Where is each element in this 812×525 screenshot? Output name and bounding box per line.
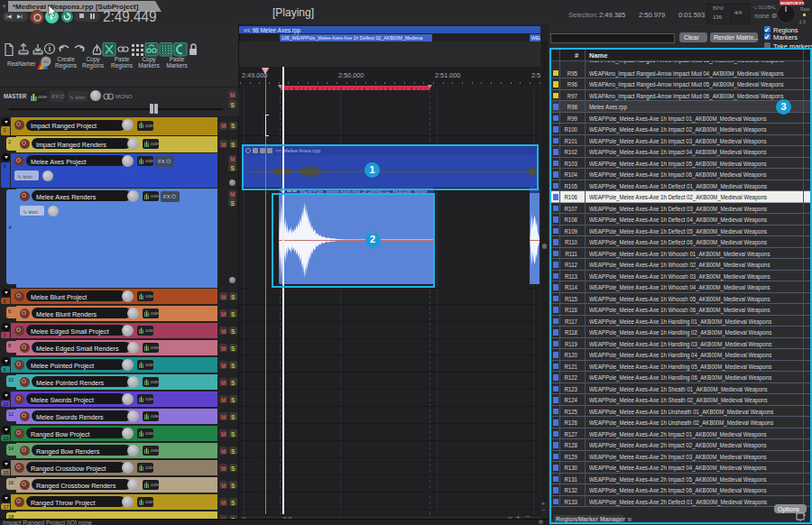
- svg-text:360: 360: [43, 60, 50, 64]
